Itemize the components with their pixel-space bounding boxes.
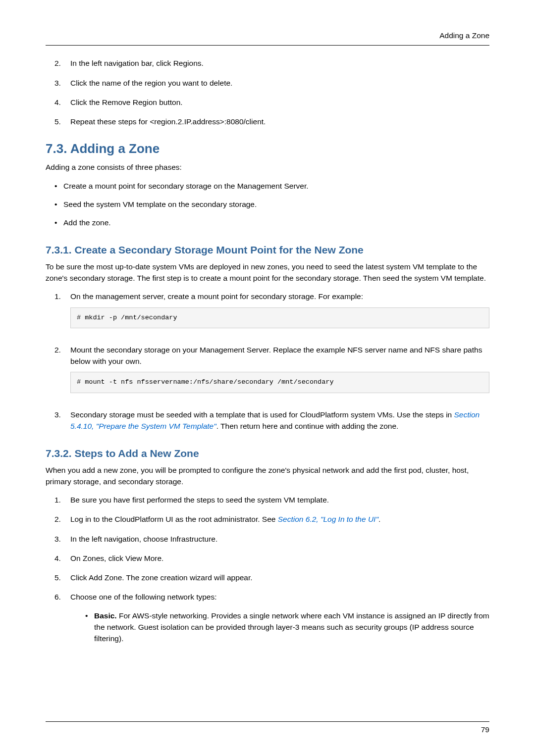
list-number: 5. bbox=[54, 572, 70, 583]
list-item: 2. In the left navigation bar, click Reg… bbox=[54, 57, 489, 69]
list-text: Click the name of the region you want to… bbox=[70, 77, 489, 89]
bold-label: Basic. bbox=[94, 611, 117, 620]
list-item: 6. Choose one of the following network t… bbox=[54, 591, 489, 651]
list-content: On the management server, create a mount… bbox=[70, 291, 489, 336]
bullet-marker: • bbox=[85, 610, 94, 645]
step-text-after: . bbox=[378, 515, 380, 523]
step-text-after: . Then return here and continue with add… bbox=[216, 422, 399, 430]
list-text: Click the Remove Region button. bbox=[70, 97, 489, 108]
bullet-item: • Basic. For AWS-style networking. Provi… bbox=[85, 610, 489, 645]
list-number: 1. bbox=[54, 291, 70, 336]
list-number: 3. bbox=[54, 533, 70, 545]
list-content: Choose one of the following network type… bbox=[70, 591, 489, 651]
section-7-3-2-heading: 7.3.2. Steps to Add a New Zone bbox=[46, 446, 489, 461]
list-text: In the left navigation bar, click Region… bbox=[70, 57, 489, 69]
list-item: 4. On Zones, click View More. bbox=[54, 553, 489, 564]
list-item: 2. Log in to the CloudPlatform UI as the… bbox=[54, 513, 489, 525]
section-7-3-2-intro: When you add a new zone, you will be pro… bbox=[46, 464, 489, 488]
list-text: Be sure you have first performed the ste… bbox=[70, 494, 489, 505]
bullet-item: • Seed the system VM template on the sec… bbox=[54, 199, 489, 210]
list-number: 3. bbox=[54, 77, 70, 89]
bullet-item: • Create a mount point for secondary sto… bbox=[54, 180, 489, 192]
section-7-3-bullets: • Create a mount point for secondary sto… bbox=[54, 180, 489, 229]
section-7-3-2-steps: 1. Be sure you have first performed the … bbox=[54, 494, 489, 651]
list-item: 5. Repeat these steps for <region.2.IP.a… bbox=[54, 116, 489, 127]
list-text: On Zones, click View More. bbox=[70, 553, 489, 564]
bullet-marker: • bbox=[54, 180, 63, 192]
step-text: Choose one of the following network type… bbox=[70, 591, 489, 603]
list-number: 2. bbox=[54, 57, 70, 69]
list-content: Log in to the CloudPlatform UI as the ro… bbox=[70, 513, 489, 525]
list-item: 3. Secondary storage must be seeded with… bbox=[54, 409, 489, 432]
header-rule bbox=[46, 45, 489, 46]
bullet-marker: • bbox=[54, 199, 63, 210]
page-number: 79 bbox=[46, 724, 489, 735]
list-number: 4. bbox=[54, 97, 70, 108]
list-item: 1. On the management server, create a mo… bbox=[54, 291, 489, 336]
bullet-text: Add the zone. bbox=[63, 217, 489, 228]
list-number: 4. bbox=[54, 553, 70, 564]
list-number: 2. bbox=[54, 344, 70, 401]
list-item: 2. Mount the secondary storage on your M… bbox=[54, 344, 489, 401]
header-title: Adding a Zone bbox=[46, 30, 489, 41]
list-item: 1. Be sure you have first performed the … bbox=[54, 494, 489, 505]
list-item: 3. Click the name of the region you want… bbox=[54, 77, 489, 89]
section-7-3-heading: 7.3. Adding a Zone bbox=[46, 139, 489, 158]
nested-bullet-list: • Basic. For AWS-style networking. Provi… bbox=[85, 610, 489, 645]
list-content: Mount the secondary storage on your Mana… bbox=[70, 344, 489, 401]
step-text-before: Secondary storage must be seeded with a … bbox=[70, 410, 454, 419]
nested-text: For AWS-style networking. Provides a sin… bbox=[94, 611, 489, 643]
section-7-3-1-intro: To be sure the most up-to-date system VM… bbox=[46, 261, 489, 284]
list-number: 5. bbox=[54, 116, 70, 127]
footer-rule bbox=[46, 721, 489, 722]
list-number: 6. bbox=[54, 591, 70, 651]
bullet-content: Basic. For AWS-style networking. Provide… bbox=[94, 610, 489, 645]
cross-reference-link[interactable]: Section 6.2, "Log In to the UI" bbox=[278, 515, 378, 523]
code-block: # mkdir -p /mnt/secondary bbox=[70, 307, 489, 328]
step-text-before: Log in to the CloudPlatform UI as the ro… bbox=[70, 515, 278, 523]
list-text: Repeat these steps for <region.2.IP.addr… bbox=[70, 116, 489, 127]
page-footer: 79 bbox=[46, 713, 489, 735]
bullet-item: • Add the zone. bbox=[54, 217, 489, 228]
list-text: Click Add Zone. The zone creation wizard… bbox=[70, 572, 489, 583]
step-text: Mount the secondary storage on your Mana… bbox=[70, 344, 489, 367]
bullet-marker: • bbox=[54, 217, 63, 228]
list-number: 3. bbox=[54, 409, 70, 432]
section-7-3-intro: Adding a zone consists of three phases: bbox=[46, 161, 489, 173]
list-number: 2. bbox=[54, 513, 70, 525]
list-item: 5. Click Add Zone. The zone creation wiz… bbox=[54, 572, 489, 583]
list-item: 4. Click the Remove Region button. bbox=[54, 97, 489, 108]
section-7-3-1-steps: 1. On the management server, create a mo… bbox=[54, 291, 489, 432]
list-text: In the left navigation, choose Infrastru… bbox=[70, 533, 489, 545]
bullet-text: Seed the system VM template on the secon… bbox=[63, 199, 489, 210]
list-number: 1. bbox=[54, 494, 70, 505]
page-header: Adding a Zone bbox=[46, 30, 489, 46]
section-7-3-1-heading: 7.3.1. Create a Secondary Storage Mount … bbox=[46, 242, 489, 258]
code-block: # mount -t nfs nfsservername:/nfs/share/… bbox=[70, 372, 489, 393]
list-item: 3. In the left navigation, choose Infras… bbox=[54, 533, 489, 545]
bullet-text: Create a mount point for secondary stora… bbox=[63, 180, 489, 192]
step-text: On the management server, create a mount… bbox=[70, 291, 489, 302]
list-content: Secondary storage must be seeded with a … bbox=[70, 409, 489, 432]
continued-list-7-2: 2. In the left navigation bar, click Reg… bbox=[54, 57, 489, 127]
